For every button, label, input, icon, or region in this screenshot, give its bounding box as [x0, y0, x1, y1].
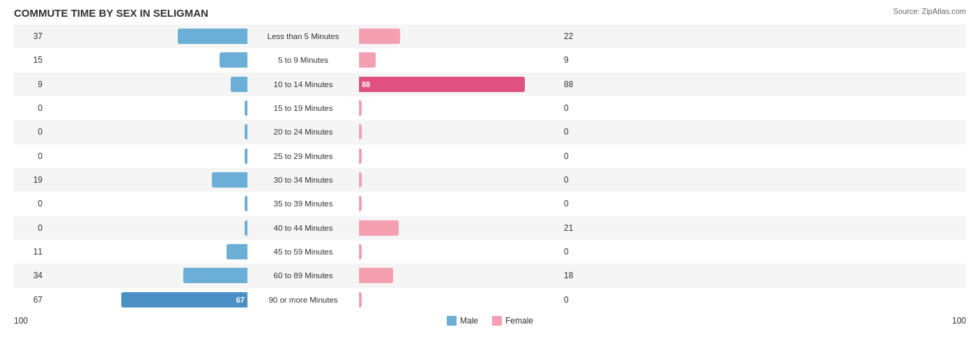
legend-male-box: [447, 316, 457, 326]
row-label: 15 to 19 Minutes: [247, 104, 359, 112]
female-value: 0: [561, 247, 596, 257]
male-bar-container: [45, 220, 247, 236]
row-label: 45 to 59 Minutes: [247, 248, 359, 256]
female-bar-value: 88: [359, 80, 373, 89]
male-bar-container: [45, 124, 247, 139]
male-bar: [178, 29, 247, 44]
chart-row: 67 67 90 or more Minutes 0: [14, 288, 966, 312]
axis-min-label: 100: [14, 316, 28, 326]
row-label: 30 to 34 Minutes: [247, 176, 359, 184]
female-bar-container: [359, 124, 561, 139]
male-bar-container: [45, 196, 247, 211]
female-bar: 88: [359, 77, 525, 92]
male-bar-container: [45, 77, 247, 92]
male-value: 34: [14, 271, 45, 280]
female-bar-container: [359, 149, 561, 164]
male-bar: 67: [121, 292, 247, 308]
chart-row: 0 20 to 24 Minutes 0: [14, 120, 966, 144]
female-bar: [359, 52, 376, 68]
source-label: Source: ZipAtlas.com: [893, 7, 966, 15]
male-value: 0: [14, 151, 45, 161]
male-value: 0: [14, 127, 45, 137]
female-value: 0: [561, 127, 596, 137]
legend: Male Female: [28, 316, 952, 326]
row-label: 25 to 29 Minutes: [247, 152, 359, 160]
chart-row: 0 25 to 29 Minutes 0: [14, 144, 966, 168]
male-bar: [220, 52, 248, 68]
row-label: 90 or more Minutes: [247, 296, 359, 304]
legend-female-label: Female: [505, 316, 533, 326]
chart-row: 34 60 to 89 Minutes 18: [14, 264, 966, 287]
male-bar: [183, 268, 247, 283]
female-bar-container: [359, 29, 561, 44]
chart-row: 0 15 to 19 Minutes 0: [14, 96, 966, 120]
male-value: 9: [14, 79, 45, 89]
row-label: 60 to 89 Minutes: [247, 271, 359, 280]
male-bar: [227, 244, 247, 259]
female-bar-container: [359, 292, 561, 308]
male-value: 19: [14, 175, 45, 185]
bottom-row: 100 Male Female 100: [14, 316, 966, 326]
female-bar: [359, 124, 362, 139]
male-bar: [212, 172, 247, 188]
female-bar-container: [359, 100, 561, 116]
chart-row: 11 45 to 59 Minutes 0: [14, 240, 966, 264]
male-value: 67: [14, 295, 45, 305]
male-bar-container: [45, 149, 247, 164]
female-bar: [359, 292, 362, 308]
female-bar-container: [359, 220, 561, 236]
female-value: 0: [561, 175, 596, 185]
row-label: Less than 5 Minutes: [247, 32, 359, 40]
female-bar: [359, 149, 362, 164]
female-bar-container: [359, 52, 561, 68]
female-bar-container: 88: [359, 77, 561, 92]
male-bar-container: [45, 100, 247, 116]
axis-max-label: 100: [952, 316, 966, 326]
male-bar-container: [45, 29, 247, 44]
male-value: 37: [14, 31, 45, 41]
chart-container: COMMUTE TIME BY SEX IN SELIGMAN Source: …: [0, 0, 980, 364]
female-value: 22: [561, 31, 596, 41]
female-bar-container: [359, 172, 561, 188]
male-bar-container: [45, 172, 247, 188]
female-value: 0: [561, 103, 596, 113]
female-bar: [359, 100, 362, 116]
female-value: 0: [561, 199, 596, 208]
male-bar-container: [45, 268, 247, 283]
female-bar: [359, 220, 399, 236]
male-bar-container: [45, 52, 247, 68]
chart-title: COMMUTE TIME BY SEX IN SELIGMAN: [14, 7, 966, 19]
male-value: 0: [14, 103, 45, 113]
male-bar: [231, 77, 247, 92]
female-value: 0: [561, 295, 596, 305]
female-value: 0: [561, 151, 596, 161]
male-value: 0: [14, 199, 45, 208]
chart-area: 37 Less than 5 Minutes 22 15 5 to 9 Minu…: [14, 24, 966, 312]
male-value: 15: [14, 55, 45, 65]
row-label: 10 to 14 Minutes: [247, 80, 359, 89]
row-label: 20 to 24 Minutes: [247, 128, 359, 136]
female-bar: [359, 196, 362, 211]
row-label: 35 to 39 Minutes: [247, 199, 359, 208]
female-bar-container: [359, 244, 561, 259]
female-bar-container: [359, 268, 561, 283]
male-value: 11: [14, 247, 45, 257]
legend-female: Female: [492, 316, 533, 326]
female-bar: [359, 29, 400, 44]
female-bar: [359, 172, 362, 188]
male-bar-value: 67: [233, 296, 247, 304]
legend-female-box: [492, 316, 502, 326]
chart-row: 9 10 to 14 Minutes 88 88: [14, 73, 966, 96]
row-label: 5 to 9 Minutes: [247, 56, 359, 64]
male-value: 0: [14, 223, 45, 233]
chart-row: 19 30 to 34 Minutes 0: [14, 168, 966, 192]
female-value: 9: [561, 55, 596, 65]
female-value: 18: [561, 271, 596, 280]
chart-row: 0 35 to 39 Minutes 0: [14, 192, 966, 215]
row-label: 40 to 44 Minutes: [247, 224, 359, 232]
male-bar-container: 67: [45, 292, 247, 308]
chart-row: 15 5 to 9 Minutes 9: [14, 48, 966, 72]
female-bar-container: [359, 196, 561, 211]
chart-row: 0 40 to 44 Minutes 21: [14, 216, 966, 240]
female-value: 88: [561, 79, 596, 89]
